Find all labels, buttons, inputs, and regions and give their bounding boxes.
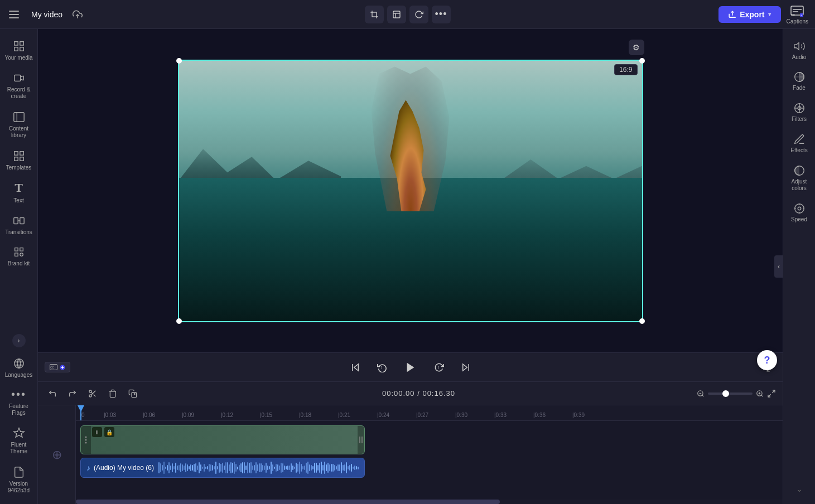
playhead[interactable] xyxy=(80,405,81,420)
help-button[interactable]: ? xyxy=(757,350,777,370)
right-sidebar-collapse-button[interactable]: ‹ xyxy=(774,255,783,278)
your-media-icon xyxy=(13,39,25,52)
wave-bar xyxy=(316,463,317,473)
wave-bar xyxy=(351,464,352,472)
resize-handle-br[interactable] xyxy=(639,318,645,324)
sidebar-item-text[interactable]: T Text xyxy=(2,176,36,208)
sidebar-item-your-media[interactable]: Your media xyxy=(2,35,36,66)
timeline-scrollbar-thumb[interactable] xyxy=(76,500,500,504)
track-lock-button[interactable]: 🔒 xyxy=(104,427,114,437)
wave-bar xyxy=(219,463,220,473)
languages-label: Languages xyxy=(5,372,33,378)
redo-button[interactable] xyxy=(65,386,80,401)
sidebar-item-templates[interactable]: Templates xyxy=(2,144,36,175)
sidebar-item-record-create[interactable]: Record & create xyxy=(2,67,36,105)
timeline-expand-button[interactable] xyxy=(767,389,776,399)
svg-point-19 xyxy=(20,253,23,256)
sidebar-item-version: Version 9462b3d xyxy=(2,461,36,498)
wave-bar xyxy=(281,463,282,473)
svg-rect-2 xyxy=(393,11,400,18)
sidebar-collapse-button[interactable]: › xyxy=(12,334,26,347)
wave-bar xyxy=(190,464,191,472)
aspect-ratio-badge[interactable]: 16:9 xyxy=(614,64,637,75)
sidebar-item-content-library[interactable]: Content library xyxy=(2,105,36,143)
skip-to-start-button[interactable] xyxy=(346,358,364,376)
audio-track[interactable]: ♪ (Audio) My video (6) xyxy=(80,458,365,478)
sidebar-item-brand-kit[interactable]: Brand kit xyxy=(2,241,36,272)
sidebar-item-transitions[interactable]: Transitions xyxy=(2,209,36,240)
text-label: Text xyxy=(13,197,23,203)
video-canvas[interactable] xyxy=(178,60,643,322)
wave-bar xyxy=(343,465,344,471)
hamburger-menu-button[interactable] xyxy=(7,8,21,21)
right-sidebar-item-effects[interactable]: Effects xyxy=(785,128,814,158)
layout-button[interactable] xyxy=(387,6,406,23)
wave-bar xyxy=(250,462,252,473)
wave-bar xyxy=(306,463,307,473)
wave-bar xyxy=(299,462,300,474)
track-grip-right[interactable] xyxy=(358,426,364,454)
transitions-icon xyxy=(13,214,25,227)
delete-button[interactable] xyxy=(105,386,120,401)
timeline-zoom-area xyxy=(697,389,776,399)
cut-button[interactable] xyxy=(85,386,100,401)
forward-5s-button[interactable]: 5 xyxy=(430,358,448,376)
video-track[interactable]: ⏸ 🔒 xyxy=(80,425,365,454)
project-name-input[interactable]: My video xyxy=(27,8,67,21)
right-sidebar-item-fade[interactable]: Fade xyxy=(785,66,814,96)
right-sidebar-item-filters[interactable]: Filters xyxy=(785,96,814,127)
track-mute-button[interactable]: ⏸ xyxy=(92,427,102,437)
canvas-settings-button[interactable]: ⚙ xyxy=(629,40,644,55)
wave-bar xyxy=(276,464,277,472)
right-sidebar-item-audio[interactable]: Audio xyxy=(785,35,814,65)
feature-flags-label: Feature Flags xyxy=(4,403,33,416)
wave-bar xyxy=(194,464,195,472)
right-sidebar-item-speed[interactable]: Speed xyxy=(785,197,814,227)
export-button[interactable]: Export ▾ xyxy=(718,6,780,23)
duplicate-button[interactable] xyxy=(125,386,141,401)
resize-handle-tl[interactable] xyxy=(176,58,182,64)
wave-bar xyxy=(168,462,170,473)
zoom-out-button[interactable] xyxy=(697,389,705,399)
wave-bar xyxy=(301,464,302,471)
wave-bar xyxy=(331,464,332,471)
wave-bar xyxy=(322,465,324,470)
speed-icon xyxy=(793,202,806,215)
rotate-button[interactable] xyxy=(409,6,428,23)
center-area: ⚙ xyxy=(38,29,783,504)
crop-button[interactable] xyxy=(365,6,384,23)
top-bar-left: My video xyxy=(7,8,83,21)
zoom-in-button[interactable] xyxy=(756,389,764,399)
wave-bar xyxy=(341,462,342,473)
wave-bar xyxy=(346,462,347,474)
resize-handle-bl[interactable] xyxy=(176,318,182,324)
wave-bar xyxy=(225,462,226,473)
more-options-button[interactable]: ••• xyxy=(432,6,451,23)
resize-handle-tr[interactable] xyxy=(639,58,645,64)
right-sidebar-item-adjust-colors[interactable]: Adjust colors xyxy=(785,159,814,196)
wave-bar xyxy=(261,463,262,472)
svg-rect-16 xyxy=(20,157,23,161)
captions-overlay-button[interactable]: CC xyxy=(45,362,70,372)
wave-bar xyxy=(337,464,339,471)
wave-bar xyxy=(209,464,210,471)
svg-point-55 xyxy=(85,442,87,444)
play-pause-button[interactable] xyxy=(400,357,421,378)
fade-label: Fade xyxy=(793,85,806,91)
wave-bar xyxy=(269,466,270,470)
right-sidebar-bottom-expand[interactable]: ⌄ xyxy=(796,484,803,493)
sidebar-item-fluent-theme[interactable]: Fluent Theme xyxy=(2,422,36,460)
zoom-slider[interactable] xyxy=(708,392,753,395)
brand-kit-icon xyxy=(13,245,25,259)
undo-button[interactable] xyxy=(45,386,60,401)
audio-icon: ♪ xyxy=(86,463,90,472)
wave-bar xyxy=(297,464,298,471)
sidebar-item-languages[interactable]: Languages xyxy=(2,352,36,382)
sidebar-item-feature-flags[interactable]: ••• Feature Flags xyxy=(2,384,36,421)
timeline-scrollbar[interactable] xyxy=(76,500,783,504)
skip-to-end-button[interactable] xyxy=(457,358,475,376)
captions-panel-button[interactable]: CC + Captions xyxy=(787,4,808,25)
save-to-cloud-button[interactable] xyxy=(73,9,83,20)
zoom-thumb[interactable] xyxy=(722,390,729,397)
rewind-5s-button[interactable]: 5 xyxy=(373,358,391,376)
